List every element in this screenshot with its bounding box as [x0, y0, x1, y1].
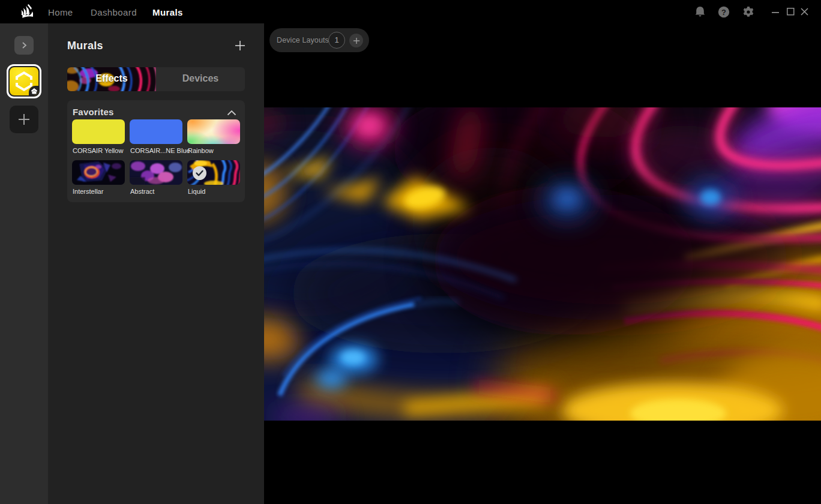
svg-text:?: ?: [721, 8, 726, 17]
